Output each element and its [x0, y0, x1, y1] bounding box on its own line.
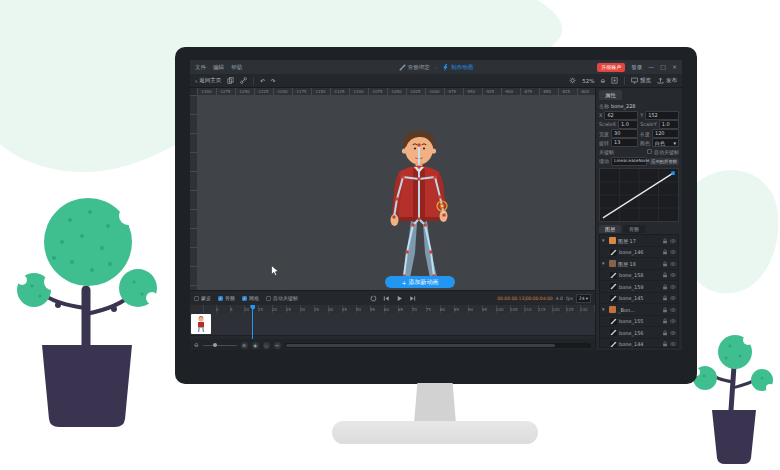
- preview-button[interactable]: 预览: [631, 77, 651, 84]
- apply-to-all-frames-button[interactable]: 应用到所有帧: [649, 158, 679, 165]
- bone-layer-row[interactable]: bone_144: [600, 339, 678, 348]
- back-home-button[interactable]: ‹ 返回主页: [195, 77, 221, 84]
- fit-view-icon[interactable]: [611, 77, 618, 84]
- eye-icon[interactable]: [670, 249, 676, 255]
- auto-keyframe-toggle[interactable]: 自动关键帧: [647, 149, 679, 155]
- fps-dropdown[interactable]: 24 ▾: [576, 294, 591, 303]
- eye-icon[interactable]: [670, 261, 676, 267]
- track-row[interactable]: [190, 313, 595, 336]
- gear-icon[interactable]: [569, 77, 576, 84]
- undo-button[interactable]: ↶: [260, 78, 265, 84]
- caret-down-icon[interactable]: ▾: [602, 261, 607, 266]
- layer-group-row[interactable]: ▾图层 17: [600, 235, 678, 247]
- lock-icon[interactable]: [662, 272, 668, 278]
- bone-layer-row[interactable]: bone_158: [600, 270, 678, 282]
- easing-dropdown[interactable]: Linear.easeNone: [611, 157, 647, 166]
- keyframe-button[interactable]: ◆: [252, 342, 259, 349]
- auto-keyframe-checkbox[interactable]: [647, 149, 652, 154]
- upgrade-account-button[interactable]: 升级账户: [597, 63, 625, 72]
- lock-icon[interactable]: [662, 295, 668, 301]
- step-animate[interactable]: 制作动画: [442, 64, 473, 71]
- maximize-button[interactable]: □: [660, 64, 666, 70]
- login-button[interactable]: 登录: [631, 64, 642, 71]
- timeline-zoom-out-icon[interactable]: ⊖: [194, 342, 199, 348]
- loop-button[interactable]: [370, 295, 377, 302]
- lock-icon[interactable]: [662, 341, 668, 347]
- add-keyframe-button[interactable]: ⊕: [241, 342, 248, 349]
- step-rigging[interactable]: 骨骼绑定: [399, 64, 430, 71]
- track-thumbnail[interactable]: [191, 314, 211, 334]
- width-field[interactable]: 30: [611, 129, 638, 138]
- close-button[interactable]: ×: [672, 64, 677, 70]
- layers-tab-1[interactable]: 骨骼: [623, 225, 645, 233]
- fit-timeline-button[interactable]: ↔: [274, 342, 281, 349]
- bone-layer-row[interactable]: bone_145: [600, 293, 678, 305]
- add-animation-button[interactable]: + 添加新动画: [385, 276, 455, 288]
- eye-icon[interactable]: [670, 295, 676, 301]
- color-dropdown[interactable]: 白色 ▾: [652, 138, 679, 147]
- zoom-out-icon[interactable]: ⊖: [600, 78, 605, 84]
- bone-layer-row[interactable]: bone_146: [600, 247, 678, 259]
- remove-keyframe-button[interactable]: ◇: [263, 342, 270, 349]
- bone-layer-row[interactable]: bone_156: [600, 327, 678, 339]
- link-icon[interactable]: [240, 77, 247, 84]
- lock-icon[interactable]: [662, 238, 668, 244]
- next-frame-button[interactable]: [409, 295, 416, 302]
- tab-properties[interactable]: 属性: [599, 90, 622, 100]
- display-toggle-3[interactable]: 自动关键帧: [266, 295, 298, 301]
- eye-icon[interactable]: [670, 272, 676, 278]
- checkbox[interactable]: ✓: [218, 296, 223, 301]
- timeline-scrollbar[interactable]: [285, 343, 591, 348]
- slider-knob[interactable]: [213, 343, 217, 347]
- display-toggle-2[interactable]: ✓网格: [242, 295, 259, 301]
- lock-icon[interactable]: [662, 307, 668, 313]
- y-field[interactable]: 152: [645, 111, 679, 120]
- eye-icon[interactable]: [670, 341, 676, 347]
- lock-icon[interactable]: [662, 318, 668, 324]
- play-button[interactable]: [396, 295, 403, 302]
- eye-icon[interactable]: [670, 318, 676, 324]
- zoom-level[interactable]: 52%: [582, 78, 594, 84]
- caret-down-icon[interactable]: ▾: [602, 307, 607, 312]
- curve-handle[interactable]: [671, 172, 674, 176]
- layer-label: bone_159: [619, 284, 644, 290]
- eye-icon[interactable]: [670, 284, 676, 290]
- previous-frame-button[interactable]: [383, 295, 390, 302]
- display-toggle-1[interactable]: ✓骨骼: [218, 295, 235, 301]
- checkbox[interactable]: [266, 296, 271, 301]
- bone-layer-row[interactable]: bone_155: [600, 316, 678, 328]
- lock-icon[interactable]: [662, 284, 668, 290]
- lock-icon[interactable]: [662, 261, 668, 267]
- scaley-field[interactable]: 1.0: [659, 120, 679, 129]
- animation-canvas[interactable]: + 添加新动画: [197, 95, 595, 290]
- eye-icon[interactable]: [670, 307, 676, 313]
- timeline-zoom-slider[interactable]: [203, 345, 237, 346]
- caret-down-icon[interactable]: ▾: [602, 238, 607, 243]
- eye-icon[interactable]: [670, 330, 676, 336]
- selected-joint-marker[interactable]: [437, 201, 447, 211]
- checkbox[interactable]: ✓: [242, 296, 247, 301]
- easing-curve-editor[interactable]: [599, 168, 679, 222]
- display-toggle-0[interactable]: 蒙皮: [194, 295, 211, 301]
- rotation-label: 旋转: [599, 140, 609, 146]
- checkbox[interactable]: [194, 296, 199, 301]
- lock-icon[interactable]: [662, 249, 668, 255]
- scalex-field[interactable]: 1.0: [618, 120, 638, 129]
- x-field[interactable]: 62: [604, 111, 638, 120]
- publish-button[interactable]: 发布: [657, 77, 677, 84]
- playhead[interactable]: [252, 305, 253, 339]
- canvas-horizontal-ruler[interactable]: -1300-1275-1250-1225-1200-1175-1150-1125…: [197, 88, 595, 95]
- bone-layer-row[interactable]: bone_159: [600, 281, 678, 293]
- eye-icon[interactable]: [670, 238, 676, 244]
- scrollbar-thumb[interactable]: [286, 344, 556, 347]
- rotation-field[interactable]: 13: [611, 138, 638, 147]
- minimize-button[interactable]: —: [648, 64, 654, 70]
- layers-tab-0[interactable]: 图层: [599, 225, 621, 233]
- layer-group-row[interactable]: ▾图层 18: [600, 258, 678, 270]
- redo-button[interactable]: ↷: [271, 78, 276, 84]
- copy-icon[interactable]: [227, 77, 234, 84]
- length-field[interactable]: 120: [652, 129, 679, 138]
- canvas-vertical-ruler[interactable]: [190, 95, 197, 290]
- layer-group-row[interactable]: ▾_Bon...: [600, 304, 678, 316]
- lock-icon[interactable]: [662, 330, 668, 336]
